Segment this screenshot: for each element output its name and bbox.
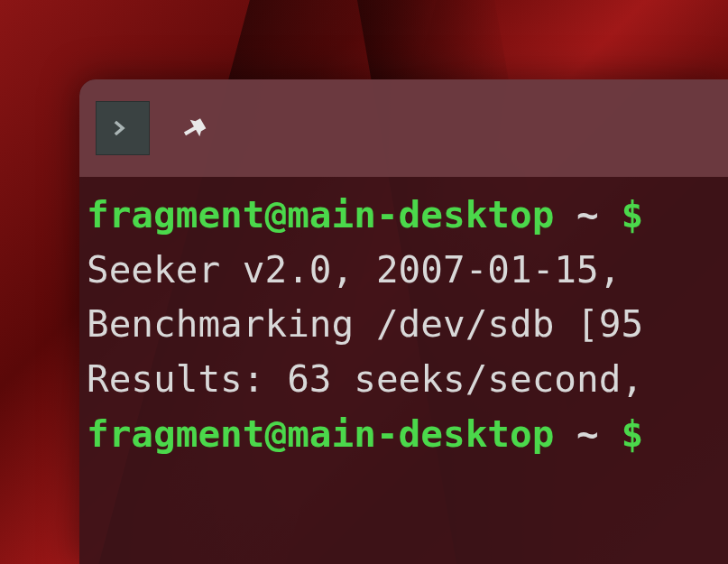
- prompt-symbol-2: $: [621, 412, 643, 456]
- prompt-path: ~: [576, 193, 599, 236]
- prompt-symbol: $: [621, 193, 643, 236]
- terminal-window: fragment@main-desktop ~ $ Seeker v2.0, 2…: [79, 79, 728, 564]
- output-line-2: Benchmarking /dev/sdb [95: [87, 302, 643, 346]
- terminal-output-area[interactable]: fragment@main-desktop ~ $ Seeker v2.0, 2…: [79, 177, 728, 461]
- prompt-user-host-2: fragment@main-desktop: [87, 412, 554, 456]
- pin-button[interactable]: [177, 110, 213, 146]
- terminal-tab-button[interactable]: [96, 101, 150, 155]
- output-line-3: Results: 63 seeks/second,: [87, 357, 643, 401]
- terminal-prompt-icon: [110, 116, 135, 141]
- terminal-titlebar[interactable]: [79, 79, 728, 177]
- pin-icon: [179, 112, 211, 144]
- prompt-user-host: fragment@main-desktop: [87, 193, 554, 236]
- prompt-path-2: ~: [576, 412, 599, 456]
- output-line-1: Seeker v2.0, 2007-01-15,: [87, 248, 621, 291]
